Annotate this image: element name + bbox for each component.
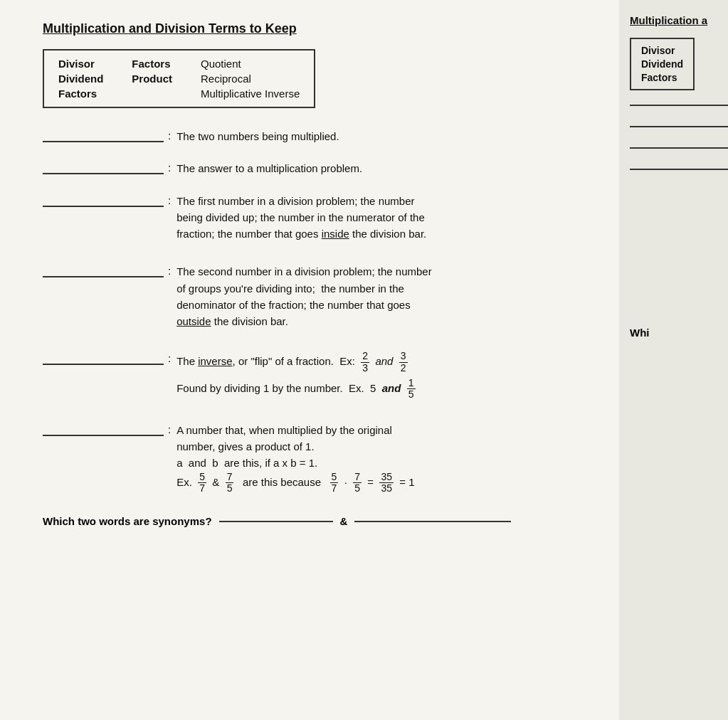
vocab-item-product: Product xyxy=(132,73,172,85)
fraction-1-5: 1 5 xyxy=(407,378,416,401)
vocab-item-factors: Factors xyxy=(58,88,103,100)
def-text-3: The first number in a division problem; … xyxy=(176,193,426,243)
right-vocab-divisor: Divisor xyxy=(641,45,683,56)
blank-3[interactable] xyxy=(43,206,164,207)
fraction-2-3: 2 3 xyxy=(361,351,369,374)
right-blank-1 xyxy=(630,105,728,106)
definition-row-6: : A number that, when multiplied by the … xyxy=(43,422,591,494)
vocab-item-divisor: Divisor xyxy=(58,58,103,70)
right-blank-3 xyxy=(630,147,728,149)
right-vocab-factors: Factors xyxy=(641,72,683,83)
fraction-5-7b: 5 7 xyxy=(330,472,339,494)
synonyms-ampersand: & xyxy=(340,515,348,527)
fraction-3-2: 3 2 xyxy=(399,351,408,374)
synonyms-blank-2[interactable] xyxy=(354,521,511,522)
right-blank-2 xyxy=(630,126,728,127)
fraction-35-35: 35 35 xyxy=(379,472,394,494)
vocab-col-1: Divisor Dividend Factors xyxy=(58,58,103,100)
definition-row-4: : The second number in a division proble… xyxy=(43,263,591,329)
right-vocab-box: Divisor Dividend Factors xyxy=(630,38,695,90)
vocab-col-2: Factors Product xyxy=(132,58,172,100)
vocab-item-reciprocal: Reciprocal xyxy=(201,73,300,85)
blank-1[interactable] xyxy=(43,141,164,142)
right-vocab-dividend: Dividend xyxy=(641,58,683,70)
page-title: Multiplication and Division Terms to Kee… xyxy=(43,21,591,36)
synonyms-blank-1[interactable] xyxy=(219,521,333,522)
definition-row-2: : The answer to a multiplication problem… xyxy=(43,160,591,176)
synonyms-row: Which two words are synonyms? & xyxy=(43,515,591,527)
vocab-col-3: Quotient Reciprocal Multiplicative Inver… xyxy=(201,58,300,100)
vocab-item-quotient: Quotient xyxy=(201,58,300,70)
def-text-6: A number that, when multiplied by the or… xyxy=(176,422,414,494)
right-title: Multiplication a xyxy=(630,14,728,26)
right-blank-4 xyxy=(630,169,728,170)
definition-row-5: : The inverse, or "flip" of a fraction. … xyxy=(43,351,591,401)
def-text-5: The inverse, or "flip" of a fraction. Ex… xyxy=(176,351,415,401)
vocab-item-mult-inverse: Multiplicative Inverse xyxy=(201,88,300,100)
vocab-item-dividend: Dividend xyxy=(58,73,103,85)
definition-row-1: : The two numbers being multiplied. xyxy=(43,128,591,144)
main-panel: Multiplication and Division Terms to Kee… xyxy=(0,0,619,720)
synonyms-label: Which two words are synonyms? xyxy=(43,515,212,527)
blank-5[interactable] xyxy=(43,364,164,365)
blank-2[interactable] xyxy=(43,173,164,174)
fraction-7-5: 7 5 xyxy=(226,472,234,494)
blank-4[interactable] xyxy=(43,276,164,277)
fraction-5-7: 5 7 xyxy=(198,472,206,494)
right-panel: Multiplication a Divisor Dividend Factor… xyxy=(619,0,728,720)
definition-row-3: : The first number in a division problem… xyxy=(43,193,591,243)
vocab-box: Divisor Dividend Factors Factors Product… xyxy=(43,49,315,108)
vocab-item-factors2: Factors xyxy=(132,58,172,70)
blank-6[interactable] xyxy=(43,435,164,436)
def-text-4: The second number in a division problem;… xyxy=(176,263,432,329)
def-text-1: The two numbers being multiplied. xyxy=(176,128,339,144)
page: Multiplication and Division Terms to Kee… xyxy=(0,0,728,720)
right-synonyms-label: Whi xyxy=(630,327,728,339)
fraction-7-5b: 7 5 xyxy=(353,472,362,494)
def-text-2: The answer to a multiplication problem. xyxy=(176,160,362,176)
